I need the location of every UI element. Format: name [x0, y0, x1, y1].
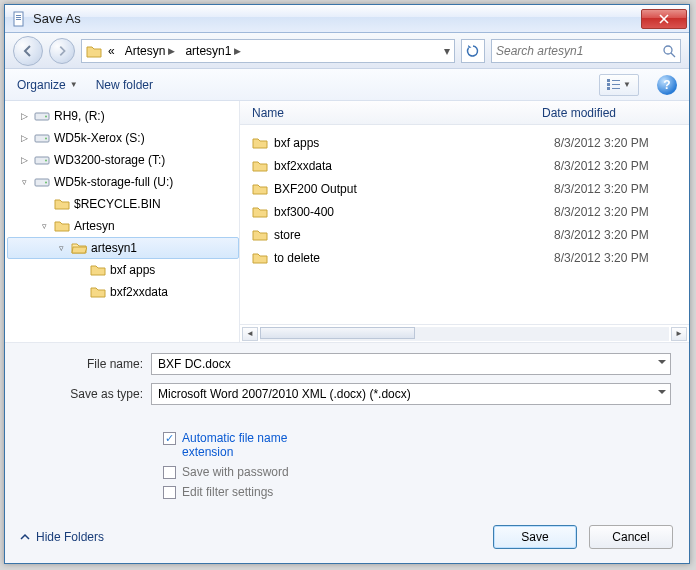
- drive-icon: [34, 174, 50, 190]
- refresh-button[interactable]: [461, 39, 485, 63]
- tree-node-label: RH9, (R:): [54, 109, 105, 123]
- dialog-footer: Hide Folders Save Cancel: [5, 517, 689, 563]
- breadcrumb-segment[interactable]: Artesyn▶: [121, 44, 180, 58]
- savetype-label: Save as type:: [23, 387, 143, 401]
- tree-node[interactable]: ▷WD3200-storage (T:): [7, 149, 239, 171]
- organize-menu[interactable]: Organize▼: [17, 78, 78, 92]
- close-button[interactable]: [641, 9, 687, 29]
- drive-icon: [34, 130, 50, 146]
- scroll-thumb[interactable]: [260, 327, 415, 339]
- list-item[interactable]: bxf2xxdata8/3/2012 3:20 PM: [252, 154, 689, 177]
- tree-node[interactable]: bxf apps: [7, 259, 239, 281]
- folder-icon: [252, 250, 268, 266]
- item-name: bxf2xxdata: [274, 159, 332, 173]
- tree-node-label: artesyn1: [91, 241, 137, 255]
- tree-node[interactable]: ▿WD5k-storage-full (U:): [7, 171, 239, 193]
- file-list[interactable]: bxf apps8/3/2012 3:20 PMbxf2xxdata8/3/20…: [240, 125, 689, 324]
- item-date: 8/3/2012 3:20 PM: [554, 182, 689, 196]
- save-button[interactable]: Save: [493, 525, 577, 549]
- list-item[interactable]: BXF200 Output8/3/2012 3:20 PM: [252, 177, 689, 200]
- expand-icon[interactable]: ▿: [19, 177, 30, 188]
- address-bar[interactable]: « Artesyn▶ artesyn1▶ ▾: [81, 39, 455, 63]
- auto-extension-checkbox[interactable]: [163, 432, 176, 445]
- expand-icon[interactable]: [75, 287, 86, 298]
- window-title: Save As: [33, 11, 641, 26]
- svg-rect-10: [612, 84, 620, 85]
- svg-rect-2: [16, 17, 21, 18]
- tree-node-label: $RECYCLE.BIN: [74, 197, 161, 211]
- toolbar: Organize▼ New folder ▼ ?: [5, 69, 689, 101]
- svg-rect-11: [612, 88, 620, 89]
- tree-node[interactable]: ▷WD5k-Xerox (S:): [7, 127, 239, 149]
- list-item[interactable]: bxf apps8/3/2012 3:20 PM: [252, 131, 689, 154]
- list-item[interactable]: to delete8/3/2012 3:20 PM: [252, 246, 689, 269]
- tree-node[interactable]: ▷RH9, (R:): [7, 105, 239, 127]
- help-button[interactable]: ?: [657, 75, 677, 95]
- search-placeholder: Search artesyn1: [496, 44, 658, 58]
- expand-icon[interactable]: ▿: [56, 243, 67, 254]
- list-item[interactable]: bxf300-4008/3/2012 3:20 PM: [252, 200, 689, 223]
- item-name: store: [274, 228, 301, 242]
- folder-icon: [90, 284, 106, 300]
- list-header[interactable]: Name Date modified: [240, 101, 689, 125]
- folder-icon: [90, 262, 106, 278]
- svg-rect-1: [16, 15, 21, 16]
- folder-icon: [54, 196, 70, 212]
- new-folder-button[interactable]: New folder: [96, 78, 153, 92]
- horizontal-scrollbar[interactable]: ◄ ►: [240, 324, 689, 342]
- tree-node-label: WD3200-storage (T:): [54, 153, 165, 167]
- svg-rect-8: [607, 87, 610, 90]
- auto-extension-label[interactable]: Automatic file name extension: [182, 431, 332, 459]
- edit-filter-checkbox[interactable]: [163, 486, 176, 499]
- scroll-track[interactable]: [260, 327, 669, 341]
- folder-icon: [252, 204, 268, 220]
- dropdown-icon[interactable]: ▾: [444, 44, 450, 58]
- expand-icon[interactable]: ▷: [19, 133, 30, 144]
- item-date: 8/3/2012 3:20 PM: [554, 205, 689, 219]
- chevron-up-icon: [19, 531, 31, 543]
- breadcrumb-overflow[interactable]: «: [104, 44, 119, 58]
- view-options-button[interactable]: ▼: [599, 74, 639, 96]
- item-name: bxf apps: [274, 136, 319, 150]
- column-date[interactable]: Date modified: [542, 106, 677, 120]
- scroll-right-button[interactable]: ►: [671, 327, 687, 341]
- hide-folders-toggle[interactable]: Hide Folders: [19, 530, 104, 544]
- filename-label: File name:: [23, 357, 143, 371]
- form-panel: File name: BXF DC.docx Save as type: Mic…: [5, 342, 689, 517]
- expand-icon[interactable]: ▷: [19, 111, 30, 122]
- folder-tree[interactable]: ▷RH9, (R:)▷WD5k-Xerox (S:)▷WD3200-storag…: [5, 101, 240, 342]
- folder-icon: [86, 43, 102, 59]
- search-input[interactable]: Search artesyn1: [491, 39, 681, 63]
- expand-icon[interactable]: ▷: [19, 155, 30, 166]
- item-name: to delete: [274, 251, 320, 265]
- file-list-pane: Name Date modified bxf apps8/3/2012 3:20…: [240, 101, 689, 342]
- save-password-checkbox[interactable]: [163, 466, 176, 479]
- tree-node-label: bxf apps: [110, 263, 155, 277]
- tree-node[interactable]: ▿artesyn1: [7, 237, 239, 259]
- search-icon: [662, 44, 676, 58]
- filename-input[interactable]: BXF DC.docx: [151, 353, 671, 375]
- back-button[interactable]: [13, 36, 43, 66]
- expand-icon[interactable]: ▿: [39, 221, 50, 232]
- cancel-button[interactable]: Cancel: [589, 525, 673, 549]
- forward-button[interactable]: [49, 38, 75, 64]
- svg-point-15: [45, 138, 47, 140]
- expand-icon[interactable]: [75, 265, 86, 276]
- column-name[interactable]: Name: [252, 106, 542, 120]
- folder-icon: [54, 218, 70, 234]
- savetype-select[interactable]: Microsoft Word 2007/2010 XML (.docx) (*.…: [151, 383, 671, 405]
- item-name: BXF200 Output: [274, 182, 357, 196]
- item-date: 8/3/2012 3:20 PM: [554, 228, 689, 242]
- svg-line-5: [671, 53, 675, 57]
- tree-node[interactable]: ▿Artesyn: [7, 215, 239, 237]
- expand-icon[interactable]: [39, 199, 50, 210]
- scroll-left-button[interactable]: ◄: [242, 327, 258, 341]
- tree-node[interactable]: $RECYCLE.BIN: [7, 193, 239, 215]
- drive-icon: [34, 152, 50, 168]
- list-item[interactable]: store8/3/2012 3:20 PM: [252, 223, 689, 246]
- breadcrumb-segment[interactable]: artesyn1▶: [181, 44, 245, 58]
- svg-point-17: [45, 160, 47, 162]
- item-date: 8/3/2012 3:20 PM: [554, 159, 689, 173]
- save-password-label: Save with password: [182, 465, 289, 479]
- tree-node[interactable]: bxf2xxdata: [7, 281, 239, 303]
